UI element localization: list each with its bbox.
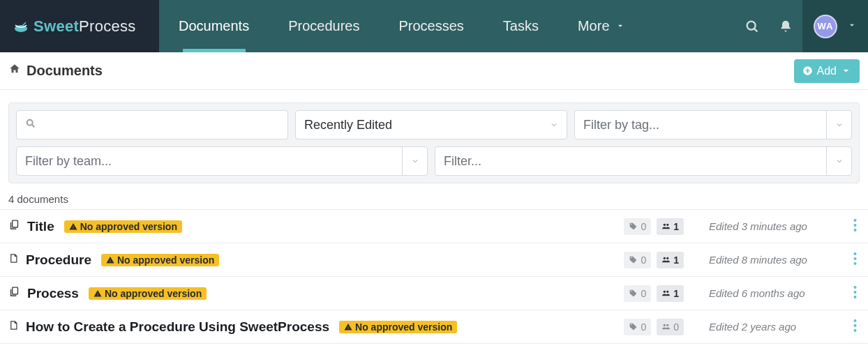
- svg-point-25: [854, 319, 857, 322]
- status-badge: No approved version: [89, 287, 207, 300]
- document-icon: [8, 219, 20, 234]
- row-actions-button[interactable]: [851, 252, 860, 268]
- edited-time: Edited 3 minutes ago: [709, 220, 817, 232]
- search-icon: [25, 118, 36, 132]
- document-row[interactable]: ProcessNo approved version01Edited 6 mon…: [0, 277, 868, 310]
- generic-filter[interactable]: Filter...: [435, 146, 852, 176]
- nav-processes[interactable]: Processes: [379, 0, 483, 52]
- nav-documents[interactable]: Documents: [159, 0, 269, 52]
- warning-icon: [69, 222, 77, 231]
- svg-point-20: [854, 286, 857, 289]
- chevron-down-icon: [615, 18, 625, 34]
- svg-point-12: [664, 257, 666, 259]
- svg-point-4: [27, 119, 33, 125]
- svg-line-5: [32, 125, 34, 127]
- avatar: WA: [814, 15, 837, 38]
- tag-count: 0: [624, 319, 651, 335]
- document-row[interactable]: How to Create a Procedure Using SweetPro…: [0, 310, 868, 344]
- svg-point-18: [664, 291, 666, 293]
- svg-point-11: [854, 229, 857, 231]
- svg-point-8: [666, 224, 668, 226]
- filters-panel: Recently Edited Filter by tag... Filter …: [8, 102, 860, 183]
- user-count: 0: [657, 319, 684, 335]
- svg-point-27: [854, 329, 857, 332]
- document-title: Title: [27, 219, 54, 234]
- svg-point-7: [664, 224, 666, 226]
- row-actions-button[interactable]: [851, 319, 860, 335]
- team-filter[interactable]: Filter by team...: [16, 146, 428, 176]
- svg-point-21: [854, 291, 857, 294]
- svg-point-26: [854, 324, 857, 327]
- svg-rect-17: [13, 287, 18, 294]
- sort-select[interactable]: Recently Edited: [295, 110, 567, 139]
- warning-icon: [106, 256, 114, 264]
- chevron-down-icon: [826, 146, 851, 176]
- document-icon: [8, 286, 20, 301]
- tag-count: 0: [624, 285, 651, 302]
- svg-line-2: [754, 29, 757, 31]
- user-menu[interactable]: WA: [802, 0, 868, 52]
- chevron-down-icon: [550, 118, 558, 132]
- svg-point-1: [747, 21, 756, 29]
- row-meta: 01Edited 6 months ago: [624, 285, 860, 302]
- nav-more[interactable]: More: [558, 0, 645, 52]
- svg-rect-6: [13, 220, 18, 227]
- topbar: SweetProcess Documents Procedures Proces…: [0, 0, 868, 52]
- document-count: 4 documents: [8, 193, 860, 205]
- row-actions-button[interactable]: [851, 219, 860, 234]
- chevron-down-icon: [826, 110, 851, 139]
- search-input[interactable]: [16, 110, 288, 139]
- chevron-down-icon: [402, 146, 427, 176]
- svg-point-16: [854, 262, 857, 265]
- brand-icon: [13, 18, 29, 35]
- status-badge: No approved version: [101, 254, 219, 266]
- svg-point-19: [666, 291, 668, 293]
- topbar-right: WA: [735, 0, 868, 52]
- subbar: Documents Add: [0, 52, 868, 90]
- nav-tasks[interactable]: Tasks: [484, 0, 558, 52]
- document-row[interactable]: TitleNo approved version01Edited 3 minut…: [0, 210, 868, 243]
- status-badge: No approved version: [339, 321, 457, 333]
- status-badge: No approved version: [64, 220, 182, 233]
- tag-filter[interactable]: Filter by tag...: [574, 110, 852, 139]
- user-count: 1: [657, 218, 684, 235]
- svg-point-22: [854, 296, 857, 298]
- edited-time: Edited 8 minutes ago: [709, 254, 817, 266]
- brand-text: SweetProcess: [33, 17, 136, 36]
- row-actions-button[interactable]: [851, 286, 860, 301]
- notifications-button[interactable]: [769, 0, 802, 52]
- user-count: 1: [657, 285, 684, 302]
- tag-count: 0: [624, 252, 651, 268]
- warning-icon: [344, 323, 352, 331]
- chevron-down-icon: [847, 20, 857, 33]
- document-icon: [8, 252, 19, 267]
- main-nav: Documents Procedures Processes Tasks Mor…: [159, 0, 645, 52]
- document-title: Process: [27, 286, 79, 301]
- document-icon: [8, 319, 19, 334]
- svg-point-13: [666, 257, 668, 259]
- document-row[interactable]: ProcedureNo approved version01Edited 8 m…: [0, 243, 868, 277]
- row-meta: 00Edited 2 years ago: [624, 319, 860, 335]
- document-list: TitleNo approved version01Edited 3 minut…: [0, 209, 868, 344]
- brand: SweetProcess: [0, 0, 159, 52]
- page-title: Documents: [27, 63, 103, 79]
- document-title: How to Create a Procedure Using SweetPro…: [26, 319, 329, 335]
- svg-point-15: [854, 257, 857, 260]
- edited-time: Edited 6 months ago: [709, 287, 817, 299]
- user-count: 1: [657, 252, 684, 268]
- home-icon: [8, 63, 21, 79]
- edited-time: Edited 2 years ago: [709, 321, 817, 333]
- svg-point-24: [666, 324, 668, 326]
- row-meta: 01Edited 3 minutes ago: [624, 218, 860, 235]
- svg-point-9: [854, 219, 857, 222]
- document-title: Procedure: [26, 252, 91, 268]
- caret-down-icon: [841, 66, 851, 76]
- svg-point-23: [664, 324, 666, 326]
- svg-point-10: [854, 224, 857, 227]
- add-button[interactable]: Add: [794, 59, 860, 83]
- warning-icon: [93, 289, 102, 298]
- nav-procedures[interactable]: Procedures: [269, 0, 379, 52]
- plus-circle-icon: [802, 66, 813, 76]
- breadcrumb: Documents: [8, 63, 103, 79]
- search-button[interactable]: [735, 0, 769, 52]
